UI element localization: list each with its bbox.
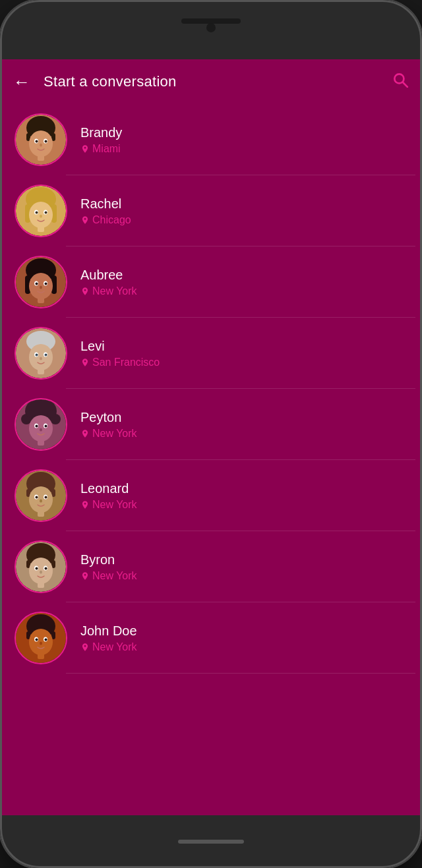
svg-point-78 [40, 500, 42, 503]
contact-info-aubree: Aubree New York [80, 268, 137, 297]
svg-rect-92 [38, 581, 44, 588]
contact-info-leonard: Leonard New York [80, 481, 137, 511]
phone-shell: ← Start a conversation [0, 0, 422, 868]
svg-rect-79 [38, 510, 44, 517]
contact-name-rachel: Rachel [80, 196, 131, 212]
back-button[interactable]: ← [13, 73, 30, 90]
svg-point-48 [36, 354, 38, 355]
svg-point-57 [47, 410, 55, 418]
contact-location-leonard: New York [80, 499, 137, 511]
contact-item-aubree[interactable]: Aubree New York [7, 246, 415, 318]
svg-point-91 [40, 571, 42, 574]
location-pin-icon [80, 571, 90, 581]
contact-item-peyton[interactable]: Peyton New York [7, 389, 415, 460]
svg-point-56 [26, 410, 34, 418]
svg-rect-27 [38, 225, 44, 232]
avatar-peyton [15, 398, 67, 451]
svg-point-76 [36, 496, 38, 498]
contact-info-rachel: Rachel Chicago [80, 196, 131, 226]
location-pin-icon [80, 500, 90, 509]
contact-item-rachel[interactable]: Rachel Chicago [7, 175, 415, 246]
svg-point-65 [40, 428, 42, 432]
contact-name-byron: Byron [80, 552, 137, 567]
contact-name-leonard: Leonard [80, 481, 137, 496]
svg-point-50 [40, 357, 42, 361]
svg-point-38 [45, 283, 47, 284]
contacts-list: Brandy Miami [0, 104, 422, 815]
svg-point-25 [45, 212, 47, 213]
location-pin-icon [80, 643, 90, 652]
svg-point-13 [40, 144, 42, 147]
svg-rect-66 [38, 439, 44, 446]
svg-point-103 [45, 639, 47, 640]
location-pin-icon [80, 429, 90, 438]
svg-point-63 [36, 425, 38, 426]
camera-dot [206, 23, 216, 32]
contact-location-peyton: New York [80, 428, 137, 440]
location-pin-icon [80, 287, 90, 296]
svg-rect-105 [38, 652, 44, 659]
contact-info-brandy: Brandy Miami [80, 125, 122, 155]
contact-item-leonard[interactable]: Leonard New York [7, 460, 415, 531]
svg-point-64 [45, 425, 47, 426]
svg-point-102 [36, 639, 38, 640]
contact-item-brandy[interactable]: Brandy Miami [7, 104, 415, 175]
svg-point-77 [45, 496, 47, 498]
contact-name-aubree: Aubree [80, 268, 137, 283]
contact-location-aubree: New York [80, 285, 137, 297]
contact-location-levi: San Francisco [80, 357, 160, 368]
svg-point-12 [45, 140, 47, 142]
svg-point-26 [40, 215, 42, 218]
header: ← Start a conversation [0, 59, 422, 104]
avatar-brandy [15, 113, 67, 166]
search-button[interactable] [392, 71, 409, 92]
home-indicator [178, 840, 244, 844]
contact-name-johndoe: John Doe [80, 623, 137, 639]
contact-item-johndoe[interactable]: John Doe New York [7, 602, 415, 674]
location-pin-icon [80, 144, 90, 154]
contact-info-levi: Levi San Francisco [80, 339, 160, 368]
contact-name-brandy: Brandy [80, 125, 122, 140]
svg-line-1 [403, 82, 407, 87]
contact-item-levi[interactable]: Levi San Francisco [7, 318, 415, 389]
svg-point-39 [40, 286, 42, 289]
svg-point-90 [45, 567, 47, 569]
svg-rect-14 [38, 154, 44, 161]
contact-info-johndoe: John Doe New York [80, 623, 137, 653]
avatar-levi [15, 327, 67, 380]
avatar-byron [15, 540, 67, 593]
svg-rect-51 [38, 368, 44, 374]
screen: ← Start a conversation [0, 59, 422, 815]
contact-location-brandy: Miami [80, 143, 122, 155]
contact-location-johndoe: New York [80, 641, 137, 653]
svg-point-104 [40, 642, 42, 645]
svg-rect-40 [38, 297, 44, 303]
svg-point-11 [36, 140, 38, 142]
phone-top-bar [0, 0, 422, 59]
avatar-aubree [15, 256, 67, 308]
phone-bottom-bar [0, 815, 422, 868]
svg-point-37 [36, 283, 38, 284]
contact-info-peyton: Peyton New York [80, 410, 137, 440]
avatar-leonard [15, 469, 67, 522]
contact-location-rachel: Chicago [80, 214, 131, 226]
contact-info-byron: Byron New York [80, 552, 137, 582]
header-title: Start a conversation [44, 73, 378, 90]
svg-point-49 [45, 354, 47, 355]
svg-point-24 [36, 212, 38, 213]
svg-point-89 [36, 567, 38, 569]
avatar-johndoe [15, 612, 67, 664]
location-pin-icon [80, 358, 90, 367]
contact-name-levi: Levi [80, 339, 160, 354]
contact-location-byron: New York [80, 570, 137, 582]
location-pin-icon [80, 216, 90, 225]
contact-item-byron[interactable]: Byron New York [7, 531, 415, 602]
contact-name-peyton: Peyton [80, 410, 137, 425]
avatar-rachel [15, 185, 67, 237]
